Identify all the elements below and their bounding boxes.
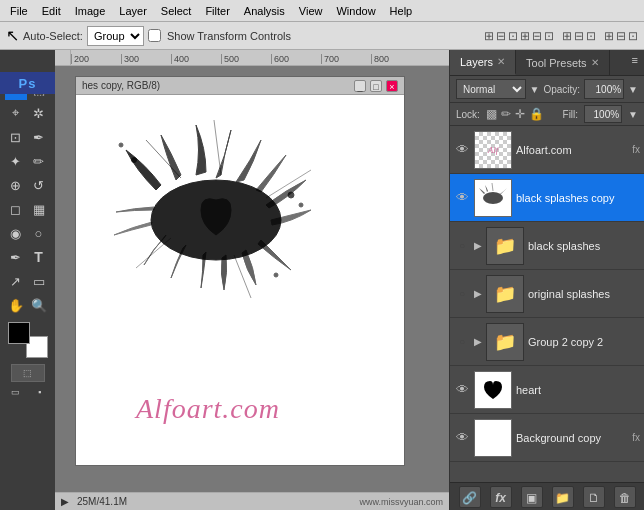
auto-select-dropdown[interactable]: Group Layer	[87, 26, 144, 46]
tab-tool-presets-close[interactable]: ✕	[591, 57, 599, 68]
align-icon-1[interactable]: ⊞	[484, 29, 494, 43]
layer-eye-bs[interactable]: ○	[454, 240, 470, 251]
tab-layers-close[interactable]: ✕	[497, 56, 505, 67]
layer-fx-bg-copy[interactable]: fx	[632, 432, 640, 443]
align-icon-6[interactable]: ⊡	[544, 29, 554, 43]
magic-wand-tool[interactable]: ✲	[28, 102, 50, 124]
eyedropper-tool[interactable]: ✒	[28, 126, 50, 148]
opacity-input[interactable]	[584, 79, 624, 99]
canvas-content[interactable]: Alfoart.com	[76, 95, 404, 465]
group-arrow-bs[interactable]: ▶	[474, 240, 482, 251]
tab-tool-presets[interactable]: Tool Presets ✕	[516, 50, 610, 75]
maximize-btn[interactable]: □	[370, 80, 382, 92]
lock-position-icon[interactable]: ✛	[515, 107, 525, 121]
add-layer-style-btn[interactable]: fx	[490, 486, 512, 508]
lock-all-icon[interactable]: 🔒	[529, 107, 544, 121]
align-icon-8[interactable]: ⊟	[574, 29, 584, 43]
menu-edit[interactable]: Edit	[36, 3, 67, 19]
align-icons-group: ⊞ ⊟ ⊡ ⊞ ⊟ ⊡ ⊞ ⊟ ⊡ ⊞ ⊟ ⊡	[484, 29, 638, 43]
ruler-mark-800: 800	[371, 54, 421, 64]
screen-mode-btn[interactable]: ▭	[5, 384, 27, 400]
menu-image[interactable]: Image	[69, 3, 112, 19]
align-icon-2[interactable]: ⊟	[496, 29, 506, 43]
align-icon-4[interactable]: ⊞	[520, 29, 530, 43]
lock-transparent-icon[interactable]: ▩	[486, 107, 497, 121]
crop-tool[interactable]: ⊡	[5, 126, 27, 148]
new-layer-btn[interactable]: 🗋	[583, 486, 605, 508]
layer-eye-os[interactable]: ○	[454, 288, 470, 299]
eraser-tool[interactable]: ◻	[5, 198, 27, 220]
type-tool[interactable]: T	[28, 246, 50, 268]
layer-eye-bg-copy[interactable]: 👁	[454, 430, 470, 445]
layer-item-black-splashes[interactable]: ○ ▶ 📁 black splashes	[450, 222, 644, 270]
history-brush-tool[interactable]: ↺	[28, 174, 50, 196]
menu-filter[interactable]: Filter	[199, 3, 235, 19]
pen-tool[interactable]: ✒	[5, 246, 27, 268]
menu-layer[interactable]: Layer	[113, 3, 153, 19]
layer-eye-alfoart[interactable]: 👁	[454, 142, 470, 157]
spot-heal-tool[interactable]: ✦	[5, 150, 27, 172]
blend-mode-arrow[interactable]: ▼	[530, 84, 540, 95]
fill-input[interactable]	[584, 105, 622, 123]
zoom-tool[interactable]: 🔍	[28, 294, 50, 316]
layer-item-bg-copy[interactable]: 👁 Background copy fx	[450, 414, 644, 462]
layer-item-black-splashes-copy[interactable]: 👁 black splashes copy	[450, 174, 644, 222]
layer-item-group2copy2[interactable]: ○ ▶ 📁 Group 2 copy 2	[450, 318, 644, 366]
menu-help[interactable]: Help	[384, 3, 419, 19]
fill-arrow[interactable]: ▼	[628, 109, 638, 120]
align-icon-11[interactable]: ⊟	[616, 29, 626, 43]
close-btn[interactable]: ×	[386, 80, 398, 92]
align-icon-5[interactable]: ⊟	[532, 29, 542, 43]
menu-file[interactable]: File	[4, 3, 34, 19]
lock-image-icon[interactable]: ✏	[501, 107, 511, 121]
foreground-color[interactable]	[8, 322, 30, 344]
align-icon-10[interactable]: ⊞	[604, 29, 614, 43]
screen-mode-btn2[interactable]: ▪	[29, 384, 51, 400]
svg-line-10	[136, 238, 171, 268]
panel-menu-icon[interactable]: ≡	[626, 50, 644, 75]
gradient-tool[interactable]: ▦	[28, 198, 50, 220]
group-arrow-g2c2[interactable]: ▶	[474, 336, 482, 347]
align-icon-12[interactable]: ⊡	[628, 29, 638, 43]
blur-tool[interactable]: ◉	[5, 222, 27, 244]
align-icon-3[interactable]: ⊡	[508, 29, 518, 43]
align-icon-9[interactable]: ⊡	[586, 29, 596, 43]
minimize-btn[interactable]: _	[354, 80, 366, 92]
new-group-btn[interactable]: 📁	[552, 486, 574, 508]
status-triangle[interactable]: ▶	[61, 496, 69, 507]
align-icon-7[interactable]: ⊞	[562, 29, 572, 43]
layer-info-os: original splashes	[528, 288, 640, 300]
transform-controls-checkbox[interactable]	[148, 29, 161, 42]
layer-eye-g2c2[interactable]: ○	[454, 336, 470, 347]
menu-bar: File Edit Image Layer Select Filter Anal…	[0, 0, 644, 22]
shape-tool[interactable]: ▭	[28, 270, 50, 292]
lasso-tool[interactable]: ⌖	[5, 102, 27, 124]
tab-layers[interactable]: Layers ✕	[450, 50, 516, 75]
clone-stamp-tool[interactable]: ⊕	[5, 174, 27, 196]
layer-item-original-splashes[interactable]: ○ ▶ 📁 original splashes	[450, 270, 644, 318]
menu-select[interactable]: Select	[155, 3, 198, 19]
opacity-arrow[interactable]: ▼	[628, 84, 638, 95]
brush-tool[interactable]: ✏	[28, 150, 50, 172]
add-mask-btn[interactable]: ▣	[521, 486, 543, 508]
path-select-tool[interactable]: ↗	[5, 270, 27, 292]
quick-mask-btn[interactable]: ⬚	[11, 364, 45, 382]
hand-tool[interactable]: ✋	[5, 294, 27, 316]
color-boxes	[8, 322, 48, 358]
blend-mode-select[interactable]: Normal	[456, 79, 526, 99]
layer-item-heart[interactable]: 👁 heart	[450, 366, 644, 414]
dodge-tool[interactable]: ○	[28, 222, 50, 244]
layer-fx-alfoart[interactable]: fx	[632, 144, 640, 155]
lock-row: Lock: ▩ ✏ ✛ 🔒 Fill: ▼	[450, 103, 644, 126]
layer-eye-heart[interactable]: 👁	[454, 382, 470, 397]
group-arrow-os[interactable]: ▶	[474, 288, 482, 299]
link-layers-btn[interactable]: 🔗	[459, 486, 481, 508]
layers-list: 👁 Alf Alfoart.com fx 👁	[450, 126, 644, 482]
delete-layer-btn[interactable]: 🗑	[614, 486, 636, 508]
layer-name-heart: heart	[516, 384, 640, 396]
menu-window[interactable]: Window	[330, 3, 381, 19]
layer-item-alfoart[interactable]: 👁 Alf Alfoart.com fx	[450, 126, 644, 174]
menu-view[interactable]: View	[293, 3, 329, 19]
menu-analysis[interactable]: Analysis	[238, 3, 291, 19]
layer-eye-bsc[interactable]: 👁	[454, 190, 470, 205]
